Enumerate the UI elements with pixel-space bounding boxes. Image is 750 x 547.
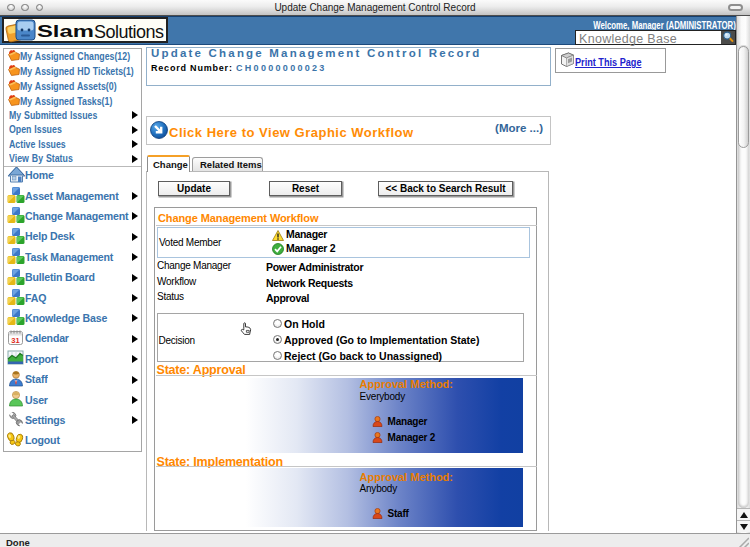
svg-text:31: 31 [11,335,19,344]
